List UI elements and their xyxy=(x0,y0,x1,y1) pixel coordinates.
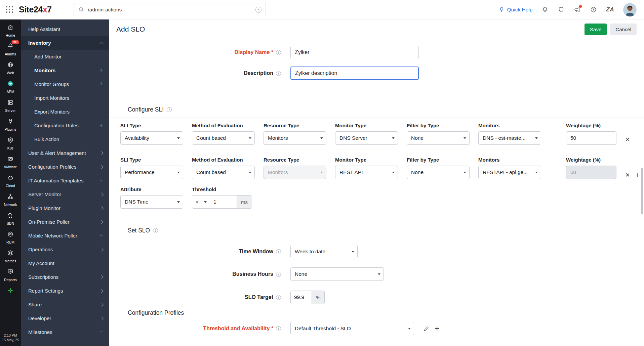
sidebar-item-mobile-network-poller[interactable]: Mobile Network Poller xyxy=(21,229,109,243)
rail-item-server[interactable]: Server xyxy=(0,96,21,115)
plus-icon[interactable] xyxy=(96,232,103,239)
sidebar-item-monitor-groups[interactable]: Monitor Groups xyxy=(21,77,109,91)
clear-search-icon[interactable] xyxy=(255,7,261,13)
sidebar-item-bulk-action[interactable]: Bulk Action xyxy=(21,132,109,146)
plus-icon[interactable] xyxy=(96,67,103,74)
info-icon[interactable] xyxy=(276,272,281,277)
threshold-value-input[interactable] xyxy=(210,195,237,209)
home-icon xyxy=(7,24,14,32)
sidebar-item-import-monitors[interactable]: Import Monitors xyxy=(21,91,109,105)
rail-item-alarms[interactable]: 99+ Alarms xyxy=(0,40,21,58)
set-slo-heading: Set SLO xyxy=(128,227,635,234)
remove-sli-row-icon[interactable] xyxy=(625,137,630,142)
add-sli-row-icon[interactable] xyxy=(635,171,640,179)
global-search[interactable] xyxy=(74,3,266,16)
rail-item-plugins[interactable]: Plugins xyxy=(0,115,21,134)
rum-icon xyxy=(7,231,14,239)
chevron-right-icon xyxy=(97,276,103,278)
sidebar-item-on-premise-poller[interactable]: On-Premise Poller xyxy=(21,215,109,229)
rail-item-apm[interactable]: APM xyxy=(0,77,21,96)
quick-help-button[interactable]: Quick Help xyxy=(498,6,533,13)
display-name-input[interactable] xyxy=(290,46,419,59)
shield-icon[interactable] xyxy=(558,6,565,13)
threshold-operator-select[interactable]: < xyxy=(192,195,210,209)
add-profile-icon[interactable] xyxy=(435,325,439,333)
monitor-type-select[interactable]: DNS Server xyxy=(335,131,398,145)
method-of-evaluation-select[interactable]: Count based xyxy=(192,166,255,179)
sidebar-item-milestones[interactable]: Milestones xyxy=(21,325,109,339)
rail-item-web[interactable]: Web xyxy=(0,58,21,77)
business-hours-select[interactable]: None xyxy=(290,267,384,281)
sidebar-item-my-account[interactable]: My Account xyxy=(21,256,109,270)
edit-pencil-icon[interactable] xyxy=(424,326,429,332)
rail-item-vmware[interactable]: VMware xyxy=(0,153,21,171)
weightage-input[interactable] xyxy=(566,131,616,145)
sidebar-item-it-automation-templates[interactable]: IT Automation Templates xyxy=(21,174,109,187)
rail-item-reports[interactable]: Reports xyxy=(0,265,21,284)
sidebar-item-help-assistant[interactable]: Help Assistant xyxy=(21,22,109,36)
plus-icon[interactable] xyxy=(96,329,103,336)
sidebar-item-plugin-monitor[interactable]: Plugin Monitor xyxy=(21,201,109,215)
rail-item-network[interactable]: Network xyxy=(0,190,21,209)
threshold-availability-select[interactable]: Default Threshold - SLO xyxy=(290,322,414,335)
slo-target-row: SLO Target % xyxy=(118,291,635,304)
chevron-down-icon xyxy=(177,137,180,139)
scrollbar[interactable] xyxy=(641,168,643,214)
sli-type-select[interactable]: Availability xyxy=(120,131,183,145)
notifications-bell-icon[interactable] xyxy=(541,6,549,13)
monitors-select[interactable]: DNS - est-maste... xyxy=(478,131,541,145)
sidebar-item-export-monitors[interactable]: Export Monitors xyxy=(21,105,109,119)
sidebar-item-report-settings[interactable]: Report Settings xyxy=(21,284,109,298)
search-input[interactable] xyxy=(88,7,252,13)
filter-by-type-select[interactable]: None xyxy=(407,166,470,179)
method-of-evaluation-select[interactable]: Count based xyxy=(192,131,255,145)
monitor-type-select[interactable]: REST API xyxy=(335,166,398,179)
sidebar-item-user-alert-management[interactable]: User & Alert Management xyxy=(21,146,109,160)
rail-item-metrics[interactable]: Metrics xyxy=(0,247,21,265)
sidebar-item-monitors[interactable]: Monitors xyxy=(21,63,109,77)
time-window-select[interactable]: Week to date xyxy=(290,245,358,258)
info-icon[interactable] xyxy=(276,326,281,331)
apps-grid-icon[interactable] xyxy=(6,6,13,13)
chevron-right-icon xyxy=(97,166,103,168)
rail-item-home[interactable]: Home xyxy=(0,21,21,40)
info-icon[interactable] xyxy=(153,228,158,233)
help-icon[interactable] xyxy=(590,6,597,13)
plus-icon[interactable] xyxy=(96,122,103,129)
sidebar-item-inventory[interactable]: Inventory xyxy=(21,36,109,50)
save-button[interactable]: Save xyxy=(585,24,607,35)
filter-by-type-select[interactable]: None xyxy=(407,131,470,145)
sidebar-item-add-monitor[interactable]: Add Monitor xyxy=(21,50,109,63)
info-icon[interactable] xyxy=(167,107,172,112)
sidebar-item-server-monitor[interactable]: Server Monitor xyxy=(21,187,109,201)
sidebar-item-configuration-rules[interactable]: Configuration Rules xyxy=(21,119,109,132)
rail-item-k8s[interactable]: K8s xyxy=(0,134,21,153)
announcements-megaphone-icon[interactable] xyxy=(574,6,581,13)
info-icon[interactable] xyxy=(276,71,281,76)
rail-item-status[interactable] xyxy=(0,284,21,298)
monitors-select[interactable]: RESTAPI - api.ge... xyxy=(478,166,541,179)
info-icon[interactable] xyxy=(276,295,281,300)
sli-type-select[interactable]: Performance xyxy=(120,166,183,179)
rail-item-rum[interactable]: RUM xyxy=(0,228,21,247)
site24x7-logo[interactable]: Site24x7 xyxy=(19,5,51,14)
zia-logo-icon[interactable]: ZA xyxy=(606,6,614,13)
sidebar-item-share[interactable]: Share xyxy=(21,298,109,311)
rail-item-sdn[interactable]: SDN xyxy=(0,209,21,228)
remove-sli-row-icon[interactable] xyxy=(625,172,630,178)
sidebar-item-operations[interactable]: Operations xyxy=(21,243,109,256)
sidebar-item-configuration-profiles[interactable]: Configuration Profiles xyxy=(21,160,109,174)
description-input[interactable] xyxy=(290,67,419,80)
cancel-button[interactable]: Cancel xyxy=(610,24,637,35)
plus-icon[interactable] xyxy=(96,81,103,88)
rail-item-cloud[interactable]: Cloud xyxy=(0,171,21,190)
plus-icon[interactable] xyxy=(96,177,103,184)
sidebar-item-developer[interactable]: Developer xyxy=(21,311,109,325)
slo-target-input[interactable] xyxy=(290,291,312,304)
avatar[interactable] xyxy=(623,3,637,16)
info-icon[interactable] xyxy=(276,249,281,254)
sidebar-item-subscriptions[interactable]: Subscriptions xyxy=(21,270,109,284)
attribute-select[interactable]: DNS Time xyxy=(120,195,183,209)
info-icon[interactable] xyxy=(276,50,281,55)
resource-type-select[interactable]: Monitors xyxy=(264,131,326,145)
